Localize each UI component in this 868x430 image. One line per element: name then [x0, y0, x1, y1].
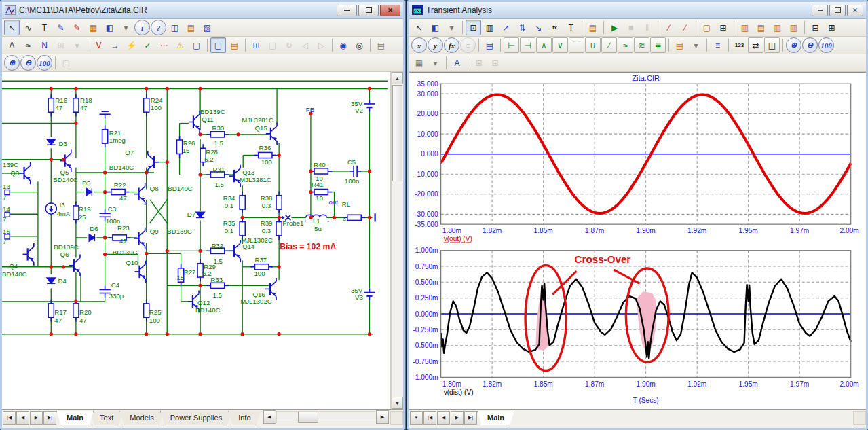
zoom-area-icon[interactable]: ▢	[699, 20, 715, 35]
schematic-tab-models[interactable]: Models	[119, 411, 164, 425]
horizontal-axis-grids-icon[interactable]: ⊟	[808, 20, 823, 35]
component-label[interactable]: Q15	[255, 124, 267, 132]
component-label[interactable]: BD140C	[2, 270, 27, 278]
shape-tool-icon[interactable]: ◧	[102, 20, 117, 35]
box-tool-icon[interactable]: ▢	[265, 37, 280, 53]
schematic-tab-info[interactable]: Info	[228, 411, 261, 425]
component-label[interactable]: 7	[3, 194, 6, 201]
component-label[interactable]: 5u	[314, 225, 322, 232]
battery-symbol[interactable]	[364, 288, 375, 300]
select-boundary-icon[interactable]: ▢	[210, 37, 226, 53]
resistor-symbol[interactable]	[144, 300, 149, 322]
split-text-window-icon[interactable]: ◫	[167, 20, 183, 35]
component-label[interactable]: Q7	[125, 149, 134, 156]
scroll-left-button[interactable]: ◀	[263, 410, 276, 424]
zoom-out-icon[interactable]: ⊖	[20, 55, 36, 71]
component-label[interactable]: BD139C	[200, 108, 225, 115]
node-voltages-toggle-icon[interactable]: V	[91, 37, 107, 53]
close-button[interactable]: ✕	[380, 5, 400, 16]
resistor-symbol[interactable]	[310, 168, 333, 174]
component-label[interactable]: Q10	[126, 259, 138, 266]
prev-state-cursor-icon[interactable]: ∕	[661, 20, 677, 35]
resistor-symbol[interactable]	[240, 192, 245, 214]
diode-symbol[interactable]	[89, 234, 94, 241]
component-label[interactable]: R35	[223, 219, 235, 227]
performance-tag-mode-icon[interactable]: fx	[547, 20, 563, 35]
help-mode-icon[interactable]: ?	[151, 20, 166, 35]
zoom-in-icon[interactable]: ⊕	[786, 37, 801, 53]
component-label[interactable]: Q8	[150, 185, 159, 192]
waveform-expression-label[interactable]: v(dist) (V)	[444, 389, 474, 396]
resize-grip[interactable]	[853, 411, 866, 425]
component-label[interactable]: 47	[119, 237, 127, 245]
prev-page-button[interactable]: ◀	[437, 411, 450, 425]
shape-tool-icon[interactable]: ◧	[428, 20, 443, 35]
component-label[interactable]: 15	[3, 228, 10, 235]
component-label[interactable]: 15	[183, 147, 190, 154]
resistor-symbol[interactable]	[102, 126, 108, 148]
resistor-symbol[interactable]	[48, 300, 54, 322]
remove-plot-icon[interactable]: ⊞	[487, 55, 503, 71]
component-label[interactable]: R23	[117, 224, 130, 232]
zoom-out-icon[interactable]: ⊖	[802, 37, 818, 53]
warnings-toggle-icon[interactable]: ⚠	[172, 37, 188, 53]
component-label[interactable]: Q12	[197, 299, 210, 306]
component-label[interactable]: BD139C	[113, 249, 138, 256]
notes-button-icon[interactable]: ▤	[373, 37, 389, 53]
component-label[interactable]: R24	[151, 96, 163, 104]
component-label[interactable]: Probe1	[282, 219, 303, 227]
component-label[interactable]: 14	[3, 205, 10, 213]
component-label[interactable]: R25	[149, 308, 162, 316]
resistor-symbol[interactable]	[48, 94, 54, 117]
mirror-x-tool-icon[interactable]: ◁	[297, 37, 313, 53]
component-label[interactable]: 4mA	[56, 210, 70, 217]
component-label[interactable]: R37	[255, 256, 267, 264]
pin-connections-toggle-icon[interactable]: ⋯	[156, 37, 172, 53]
transistor-symbol[interactable]	[229, 165, 240, 187]
minimize-button[interactable]	[812, 5, 828, 16]
component-label[interactable]: R21	[109, 129, 121, 137]
component-label[interactable]: 4	[343, 215, 347, 223]
component-label[interactable]: 0.3	[262, 227, 271, 234]
plot-page-grid-icon[interactable]: ▦	[411, 55, 427, 71]
resistor-symbol[interactable]	[206, 132, 229, 137]
shape-dropdown-icon[interactable]: ▾	[444, 20, 459, 35]
component-label[interactable]: V2	[355, 107, 363, 114]
info-mode-icon[interactable]: i	[134, 20, 150, 35]
component-label[interactable]: 1.5	[214, 139, 223, 147]
align-cursors-icon[interactable]: ⇄	[748, 37, 763, 53]
current-source-symbol[interactable]	[45, 203, 56, 214]
conditions-toggle-icon[interactable]: ✓	[140, 37, 155, 53]
component-label[interactable]: 1meg	[109, 137, 126, 144]
clipboard-icon[interactable]: ▤	[672, 37, 687, 53]
component-label[interactable]: 0.1	[225, 227, 233, 234]
last-page-button[interactable]: ▶|	[43, 411, 56, 425]
component-label[interactable]: BD139C	[167, 228, 192, 235]
component-label[interactable]: D3	[58, 140, 67, 147]
component-label[interactable]: R32	[211, 242, 223, 249]
component-label[interactable]: R19	[79, 205, 91, 213]
valley-icon[interactable]: ∨	[552, 37, 568, 53]
component-label[interactable]: 15	[177, 274, 185, 281]
select-tool-icon[interactable]: ↖	[411, 20, 427, 35]
component-label[interactable]: C5	[347, 158, 356, 166]
envelope-icon[interactable]: ≋	[634, 37, 649, 53]
component-label[interactable]: D6	[90, 225, 98, 232]
cursor-mode-icon[interactable]: ▥	[482, 20, 497, 35]
copy-tool-icon[interactable]: ⊞	[53, 37, 69, 53]
clipboard-dropdown-icon[interactable]: ▾	[688, 37, 704, 53]
component-label[interactable]: V3	[355, 293, 363, 301]
component-label[interactable]: BD140C	[195, 306, 221, 314]
component-label[interactable]: Q11	[202, 115, 214, 123]
component-label[interactable]: R34	[223, 194, 235, 202]
shape-dropdown-icon[interactable]: ▾	[118, 20, 134, 35]
select-tool-icon[interactable]: ↖	[4, 20, 20, 35]
close-button[interactable]: ✕	[847, 5, 863, 16]
component-label[interactable]: Q13	[242, 168, 254, 176]
diode-symbol[interactable]	[47, 139, 55, 145]
component-label[interactable]: R30	[212, 124, 224, 132]
same-vertical-scales-icon[interactable]: ◫	[764, 37, 780, 53]
currents-toggle-icon[interactable]: →	[107, 37, 123, 53]
component-label[interactable]: Q9	[150, 228, 159, 235]
node-name-label[interactable]: out	[328, 198, 338, 206]
